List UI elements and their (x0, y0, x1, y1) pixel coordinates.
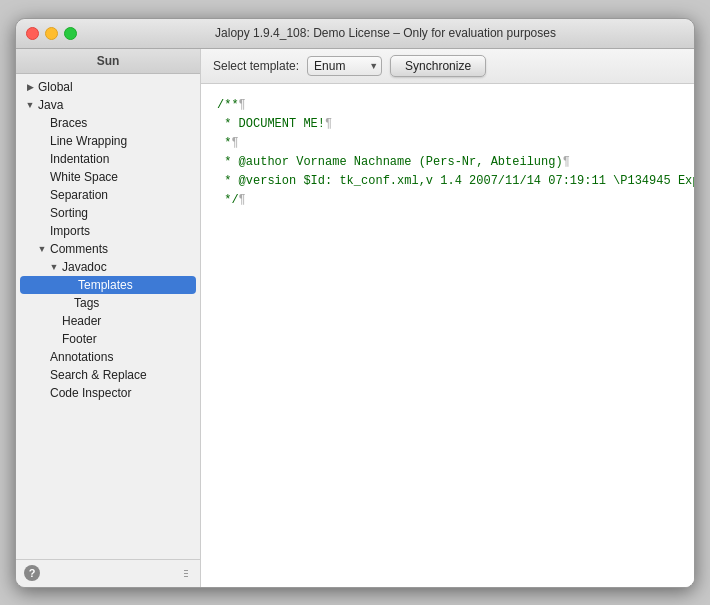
arrow-icon (24, 81, 36, 93)
sidebar-item-label: Comments (50, 242, 108, 256)
code-line: * DOCUMENT ME!¶ (217, 115, 694, 134)
main-window: Jalopy 1.9.4_108: Demo License – Only fo… (15, 18, 695, 588)
code-line: * @version $Id: tk_conf.xml,v 1.4 2007/1… (217, 172, 694, 191)
sidebar-item-label: Code Inspector (50, 386, 131, 400)
sidebar-item-search-replace[interactable]: Search & Replace (16, 366, 200, 384)
sidebar-item-comments[interactable]: Comments (16, 240, 200, 258)
sidebar-item-label: Java (38, 98, 63, 112)
sidebar-item-global[interactable]: Global (16, 78, 200, 96)
help-button[interactable]: ? (24, 565, 40, 581)
sidebar-bottom: ? (16, 559, 200, 587)
template-select-wrapper: Enum Class Interface Method Field ▼ (307, 56, 382, 76)
sidebar-item-label: Separation (50, 188, 108, 202)
window-title: Jalopy 1.9.4_108: Demo License – Only fo… (87, 26, 684, 40)
sidebar-item-label: Annotations (50, 350, 113, 364)
sidebar-item-label: Line Wrapping (50, 134, 127, 148)
minimize-button[interactable] (45, 27, 58, 40)
code-line: *¶ (217, 134, 694, 153)
sidebar-item-java[interactable]: Java (16, 96, 200, 114)
maximize-button[interactable] (64, 27, 77, 40)
close-button[interactable] (26, 27, 39, 40)
code-line: /**¶ (217, 96, 694, 115)
sidebar-item-javadoc[interactable]: Javadoc (16, 258, 200, 276)
titlebar: Jalopy 1.9.4_108: Demo License – Only fo… (16, 19, 694, 49)
template-select[interactable]: Enum Class Interface Method Field (307, 56, 382, 76)
sidebar-item-label: Header (62, 314, 101, 328)
sidebar-item-sorting[interactable]: Sorting (16, 204, 200, 222)
sidebar-item-footer[interactable]: Footer (16, 330, 200, 348)
content-area: Sun Global Java Braces (16, 49, 694, 587)
sidebar-header: Sun (16, 49, 200, 74)
sidebar-item-label: Tags (74, 296, 99, 310)
code-line: */¶ (217, 191, 694, 210)
arrow-icon (24, 99, 36, 111)
arrow-icon (48, 261, 60, 273)
select-template-label: Select template: (213, 59, 299, 73)
sidebar-item-label: Braces (50, 116, 87, 130)
main-panel: Select template: Enum Class Interface Me… (201, 49, 694, 587)
sidebar: Sun Global Java Braces (16, 49, 201, 587)
sidebar-item-tags[interactable]: Tags (16, 294, 200, 312)
sidebar-item-braces[interactable]: Braces (16, 114, 200, 132)
sidebar-item-label: Templates (78, 278, 133, 292)
sidebar-item-label: Footer (62, 332, 97, 346)
sidebar-item-line-wrapping[interactable]: Line Wrapping (16, 132, 200, 150)
arrow-icon (36, 243, 48, 255)
synchronize-button[interactable]: Synchronize (390, 55, 486, 77)
sidebar-item-label: Javadoc (62, 260, 107, 274)
sidebar-item-label: Indentation (50, 152, 109, 166)
resize-handle[interactable] (184, 561, 192, 585)
sidebar-item-label: Imports (50, 224, 90, 238)
sidebar-item-separation[interactable]: Separation (16, 186, 200, 204)
traffic-lights (26, 27, 77, 40)
sidebar-item-label: Sorting (50, 206, 88, 220)
sidebar-item-label: White Space (50, 170, 118, 184)
sidebar-tree: Global Java Braces Line Wrapping (16, 74, 200, 559)
sidebar-item-white-space[interactable]: White Space (16, 168, 200, 186)
sidebar-item-header[interactable]: Header (16, 312, 200, 330)
sidebar-item-annotations[interactable]: Annotations (16, 348, 200, 366)
sidebar-item-templates[interactable]: Templates (20, 276, 196, 294)
code-line: * @author Vorname Nachname (Pers-Nr, Abt… (217, 153, 694, 172)
code-editor[interactable]: /**¶ * DOCUMENT ME!¶ *¶ * @author Vornam… (201, 84, 694, 587)
sidebar-item-label: Global (38, 80, 73, 94)
toolbar: Select template: Enum Class Interface Me… (201, 49, 694, 84)
sidebar-item-indentation[interactable]: Indentation (16, 150, 200, 168)
sidebar-item-imports[interactable]: Imports (16, 222, 200, 240)
sidebar-item-label: Search & Replace (50, 368, 147, 382)
sidebar-item-code-inspector[interactable]: Code Inspector (16, 384, 200, 402)
